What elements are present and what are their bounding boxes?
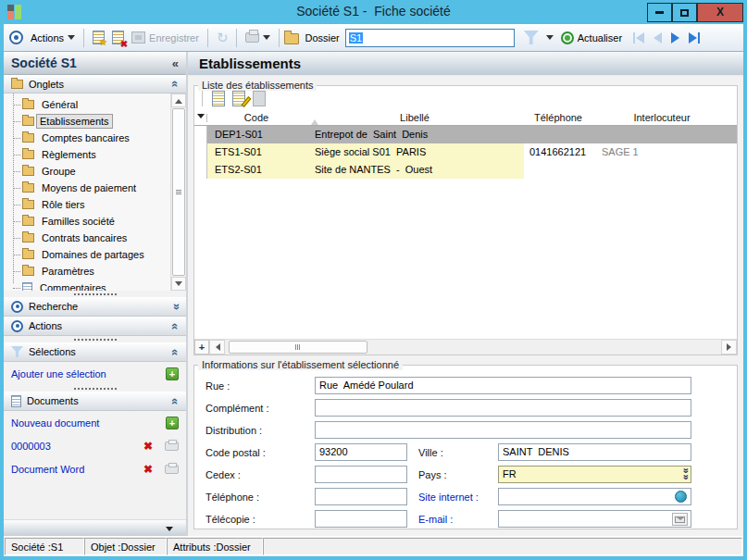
panel-resize-gripper[interactable] [4, 291, 186, 297]
arrow-left-icon [212, 343, 220, 351]
new-establishment-icon[interactable] [212, 91, 225, 106]
sidebar-item-groupe[interactable]: Groupe [4, 163, 186, 180]
sort-icon [311, 116, 318, 125]
panel-header-documents[interactable]: Documents « [4, 392, 186, 411]
minimize-button[interactable] [647, 3, 672, 22]
sidebar-item-role-tiers[interactable]: Rôle tiers [4, 196, 186, 213]
table-row[interactable]: DEP1-S01 Entrepot de Saint Denis [194, 126, 737, 143]
pays-select[interactable]: FR«« [498, 466, 691, 483]
add-row-button[interactable]: + [194, 340, 209, 355]
next-record-button[interactable] [671, 32, 679, 44]
hscroll-thumb[interactable] [229, 341, 367, 354]
telephone-input[interactable] [315, 488, 407, 505]
close-button[interactable]: X [697, 3, 743, 22]
globe-icon[interactable] [675, 491, 687, 503]
table-row[interactable]: ETS2-S01 Site de NANTES - Ouest [194, 161, 737, 179]
scroll-right-button[interactable] [721, 340, 737, 355]
tree-scrollbar[interactable] [170, 93, 186, 291]
maximize-icon [680, 9, 689, 17]
hscroll-track[interactable] [225, 340, 721, 355]
panel-header-actions[interactable]: Actions « [4, 317, 186, 336]
save-button[interactable]: Enregistrer [128, 30, 203, 45]
statusbar: Société :S1 Objet :Dossier Attributs :Do… [4, 536, 743, 556]
sidebar-bottom-bar[interactable] [4, 519, 186, 536]
email-input[interactable] [498, 510, 691, 528]
dossier-input[interactable]: S1 [345, 29, 515, 47]
collapse-up-icon[interactable]: « [169, 397, 181, 404]
document-link[interactable]: 0000003 [11, 441, 135, 452]
sidebar-item-comptes-bancaires[interactable]: Comptes bancaires [4, 130, 186, 146]
new-icon: ★ [93, 31, 105, 44]
maximize-button[interactable] [672, 3, 697, 22]
panel-header-selections[interactable]: Sélections « [4, 342, 186, 362]
table-row[interactable]: ETS1-S01 Siège social S01 PARIS 01416621… [194, 143, 737, 161]
collapse-up-icon[interactable]: « [169, 81, 181, 87]
scroll-up-button[interactable] [171, 93, 186, 107]
expand-down-icon[interactable]: « [169, 303, 181, 309]
print-button[interactable] [242, 30, 274, 45]
scroll-down-button[interactable] [171, 277, 186, 291]
last-record-button[interactable] [689, 32, 700, 44]
column-header-telephone[interactable]: Téléphone [524, 112, 592, 123]
sidebar-item-reglements[interactable]: Règlements [4, 146, 186, 163]
sidebar-item-contrats-bancaires[interactable]: Contrats bancaires [4, 230, 186, 246]
delete-document-icon[interactable]: ✖ [141, 440, 156, 453]
rue-input[interactable]: Rue Amédé Poulard [315, 377, 691, 394]
folder-icon [22, 133, 34, 143]
complement-input[interactable] [315, 399, 691, 417]
sidebar-item-general[interactable]: Général [4, 96, 186, 113]
column-header-interlocuteur[interactable]: Interlocuteur [592, 112, 731, 123]
panel-header-onglets[interactable]: Onglets « [4, 75, 186, 93]
ville-input[interactable]: SAINT DENIS [498, 443, 691, 461]
site-internet-input[interactable] [498, 488, 691, 505]
separator [279, 29, 280, 47]
sidebar-item-familles-societe[interactable]: Familles société [4, 213, 186, 230]
sidebar-item-commentaires[interactable]: Commentaires [4, 280, 186, 291]
panel-resize-gripper[interactable] [4, 336, 186, 342]
scroll-thumb[interactable] [172, 108, 185, 276]
refresh-button[interactable]: ↻ [213, 29, 232, 46]
scroll-left-button[interactable] [209, 340, 225, 355]
print-document-icon[interactable] [165, 442, 179, 451]
actualiser-button[interactable]: Actualiser [557, 30, 626, 46]
telecopie-input[interactable] [315, 510, 407, 528]
print-document-icon[interactable] [165, 465, 179, 474]
delete-button[interactable]: ✖ [108, 29, 128, 46]
column-header-code[interactable]: Code [207, 112, 305, 123]
actions-menu-button[interactable]: Actions [27, 30, 79, 45]
previous-record-button[interactable] [654, 32, 662, 44]
first-record-button[interactable] [633, 32, 644, 44]
new-button[interactable]: ★ [89, 29, 108, 46]
delete-document-icon[interactable]: ✖ [141, 463, 156, 476]
column-header-libelle[interactable]: Libellé [305, 112, 524, 123]
sidebar-item-parametres[interactable]: Paramètres [4, 263, 186, 280]
cedex-input[interactable] [315, 466, 407, 483]
email-label[interactable]: E-mail : [418, 514, 498, 525]
validate-establishment-icon[interactable] [253, 91, 266, 106]
row-selector-header[interactable] [194, 114, 207, 122]
onglets-tree: Général Etablissements Comptes bancaires… [4, 93, 186, 291]
new-document-link[interactable]: Nouveau document [11, 417, 160, 429]
sidebar-item-etablissements[interactable]: Etablissements [4, 113, 186, 130]
distribution-input[interactable] [315, 421, 691, 439]
filter-button[interactable] [520, 29, 542, 46]
pays-dropdown-icon[interactable]: «« [682, 467, 688, 480]
add-selection-link[interactable]: Ajouter une sélection [11, 368, 160, 380]
page-icon [22, 282, 32, 292]
email-icon[interactable] [672, 513, 688, 526]
edit-establishment-icon[interactable] [232, 91, 245, 106]
code-postal-input[interactable]: 93200 [315, 443, 407, 461]
sidebar-collapse-icon[interactable]: « [172, 57, 179, 69]
panel-header-recherche[interactable]: Recherche « [4, 297, 186, 317]
arrow-up-icon [175, 95, 182, 104]
sidebar-item-domaines-de-partages[interactable]: Domaines de partages [4, 246, 186, 263]
sidebar-item-moyens-de-paiement[interactable]: Moyens de paiement [4, 180, 186, 196]
panel-resize-gripper[interactable] [4, 385, 186, 392]
add-selection-button[interactable]: + [166, 367, 179, 380]
collapse-up-icon[interactable]: « [169, 348, 181, 355]
new-document-button[interactable]: + [166, 417, 179, 429]
site-internet-label[interactable]: Site internet : [418, 492, 498, 503]
document-link[interactable]: Document Word [11, 464, 135, 475]
collapse-up-icon[interactable]: « [169, 322, 181, 329]
filter-dropdown-button[interactable] [542, 30, 557, 45]
